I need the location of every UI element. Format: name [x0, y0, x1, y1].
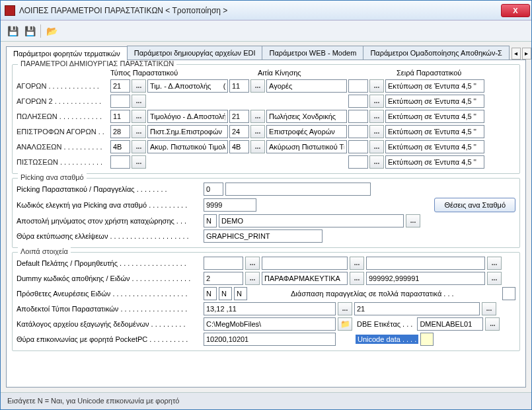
dbe-lookup[interactable]: ... — [485, 317, 500, 331]
type-desc[interactable] — [147, 140, 228, 153]
series-desc[interactable] — [385, 79, 484, 93]
dummy-item-codes[interactable] — [366, 272, 485, 285]
series-lookup[interactable]: ... — [369, 125, 384, 138]
tab-warehouse-grouping[interactable]: Παράμετροι Ομαδοποίησης Αποθηκών-Σ — [363, 46, 510, 60]
dummy-wh-desc[interactable] — [262, 272, 348, 285]
reason-code[interactable] — [229, 79, 249, 93]
wh-lookup[interactable]: ... — [245, 272, 260, 285]
label: Θύρα επικοινωνίας με φορητά PocketPC . .… — [17, 335, 202, 343]
extra-search-1[interactable] — [204, 287, 217, 300]
reason-lookup[interactable]: ... — [250, 125, 265, 138]
type-code[interactable] — [110, 140, 130, 153]
series-code[interactable] — [348, 110, 368, 123]
series-code[interactable] — [348, 95, 368, 108]
series-lookup[interactable]: ... — [369, 140, 384, 153]
reason-desc[interactable] — [266, 79, 347, 93]
series-code[interactable] — [348, 140, 368, 153]
cust-lookup[interactable]: ... — [245, 257, 260, 270]
reason-code[interactable] — [229, 110, 249, 123]
tab-web-modem[interactable]: Παράμετροι WEB - Modem — [262, 46, 363, 60]
reason-lookup[interactable]: ... — [250, 140, 265, 153]
tab-portable-terminals[interactable]: Παράμετροι φορητών τερματικών — [6, 46, 128, 60]
tab-nav-left[interactable]: ◂ — [512, 48, 521, 60]
accepted-types-2[interactable] — [354, 302, 480, 315]
send-msg-flag[interactable] — [204, 214, 217, 227]
reason-desc[interactable] — [266, 140, 347, 153]
row-label: ΑΝΑΛΩΣΕΩΝ . . . . . . . . . . — [17, 143, 109, 151]
dbe-label-value[interactable] — [417, 317, 483, 331]
type-desc[interactable] — [147, 79, 228, 93]
series-desc[interactable] — [385, 140, 484, 153]
reason-lookup[interactable]: ... — [250, 110, 265, 123]
type-code[interactable] — [110, 110, 130, 123]
type-lookup[interactable]: ... — [132, 110, 146, 123]
series-lookup[interactable]: ... — [369, 110, 384, 123]
row-label: ΕΠΙΣΤΡΟΦΩΝ ΑΓΟΡΩΝ . . — [17, 128, 109, 136]
reason-code[interactable] — [229, 140, 249, 153]
close-button[interactable]: X — [501, 4, 530, 17]
reason-desc[interactable] — [266, 110, 347, 123]
type-desc[interactable] — [147, 125, 228, 138]
type-code[interactable] — [110, 95, 130, 108]
series-lookup[interactable]: ... — [369, 155, 384, 169]
series-lookup[interactable]: ... — [369, 95, 384, 108]
picking-desc[interactable] — [225, 183, 371, 196]
default-cust[interactable] — [204, 257, 243, 270]
type-code[interactable] — [110, 155, 130, 169]
series-code[interactable] — [348, 155, 368, 169]
open-icon[interactable]: 📂 — [45, 24, 58, 38]
reason-desc[interactable] — [266, 125, 347, 138]
item-lookup[interactable]: ... — [350, 272, 364, 285]
controller-code[interactable] — [204, 198, 256, 212]
row-label: ΠΙΣΤΩΣΕΩΝ . . . . . . . . . . . — [17, 158, 109, 166]
split-order-flag[interactable] — [502, 287, 515, 300]
supp-lookup[interactable]: ... — [350, 257, 364, 270]
group-other: Λοιπά στοιχεία Default Πελάτης / Προμηθε… — [12, 252, 520, 351]
series-code[interactable] — [348, 125, 368, 138]
type-lookup[interactable]: ... — [132, 155, 146, 169]
extra-search-2[interactable] — [219, 287, 232, 300]
types-lookup[interactable]: ... — [338, 302, 352, 315]
type-lookup[interactable]: ... — [132, 95, 146, 108]
series-desc[interactable] — [385, 95, 484, 108]
export-dir[interactable] — [204, 317, 336, 331]
reason-lookup[interactable]: ... — [250, 79, 265, 93]
default-cust-desc[interactable] — [262, 257, 348, 270]
browse-folder-icon[interactable]: 📁 — [338, 317, 352, 331]
send-msg-user[interactable] — [219, 214, 404, 227]
picking-mode[interactable] — [204, 183, 223, 196]
tab-nav-right[interactable]: ▸ — [522, 48, 531, 60]
reason-code[interactable] — [229, 125, 249, 138]
group-title: Picking ανα σταθμό — [18, 173, 87, 181]
stations-button[interactable]: Θέσεις ανα Σταθμό — [434, 198, 515, 212]
series-desc[interactable] — [385, 155, 484, 169]
item-lookup2[interactable]: ... — [487, 272, 502, 285]
series-code[interactable] — [348, 79, 368, 93]
series-desc[interactable] — [385, 110, 484, 123]
series-lookup[interactable]: ... — [369, 79, 384, 93]
tab-edi[interactable]: Παράμετροι δημιουργίας αρχείων EDI — [127, 46, 263, 60]
type-lookup[interactable]: ... — [132, 79, 146, 93]
default-supp-desc[interactable] — [366, 257, 485, 270]
group-doc-params: ΠΑΡΑΜΕΤΡΟΙ ΔΗΜΙΟΥΡΓΙΑΣ ΠΑΡΑΣΤΑΤΙΚΩΝ Τύπο… — [12, 64, 520, 174]
accepted-types-1[interactable] — [204, 302, 336, 315]
dummy-wh-code[interactable] — [204, 272, 243, 285]
type-desc[interactable] — [147, 110, 228, 123]
window-title: ΛΟΙΠΕΣ ΠΑΡΑΜΕΤΡΟΙ ΠΑΡΑΣΤΑΤΙΚΩΝ < Τροποπο… — [19, 6, 227, 15]
print-port[interactable] — [204, 229, 323, 243]
save-icon[interactable]: 💾 — [6, 24, 19, 38]
save-as-icon[interactable]: 💾 — [23, 24, 36, 38]
type-lookup[interactable]: ... — [132, 125, 146, 138]
type-code[interactable] — [110, 79, 130, 93]
toolbar-separator — [40, 24, 41, 38]
unicode-label: Unicode data . . . . — [356, 335, 418, 344]
unicode-flag[interactable] — [420, 333, 434, 346]
type-code[interactable] — [110, 125, 130, 138]
extra-search-3[interactable] — [234, 287, 247, 300]
series-desc[interactable] — [385, 125, 484, 138]
user-lookup[interactable]: ... — [406, 214, 420, 227]
type-lookup[interactable]: ... — [132, 140, 146, 153]
types-lookup2[interactable]: ... — [482, 302, 496, 315]
supp-lookup2[interactable]: ... — [487, 257, 502, 270]
pocketpc-ports[interactable] — [204, 333, 336, 346]
